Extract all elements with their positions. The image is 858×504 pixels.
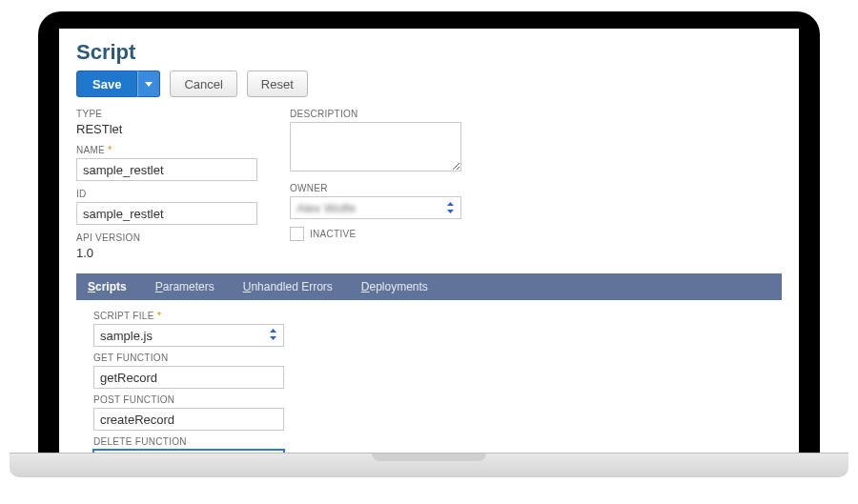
field-id: ID: [76, 189, 257, 225]
api-version-label: API VERSION: [76, 232, 257, 243]
script-file-label: SCRIPT FILE*: [93, 310, 782, 321]
api-version-value: 1.0: [76, 246, 257, 260]
chevron-updown-icon: [269, 329, 277, 343]
field-name: NAME*: [76, 144, 257, 181]
field-owner: OWNER Alex Wolfe: [290, 183, 461, 219]
type-label: TYPE: [76, 109, 257, 119]
save-button[interactable]: Save: [76, 71, 137, 97]
post-function-label: POST FUNCTION: [93, 394, 782, 405]
name-label: NAME*: [76, 144, 257, 155]
tab-unhandled-errors[interactable]: Unhandled Errors: [237, 274, 338, 299]
owner-label: OWNER: [290, 183, 461, 193]
screen-bezel: Script Save Cancel Reset TYPE RESTlet: [38, 11, 820, 453]
owner-select[interactable]: Alex Wolfe: [290, 196, 461, 219]
chevron-updown-icon: [446, 202, 455, 213]
form-columns: TYPE RESTlet NAME* ID API VERSION 1.0: [76, 109, 782, 268]
id-input[interactable]: [76, 202, 257, 225]
required-star-icon: *: [108, 144, 112, 155]
page-title: Script: [76, 40, 782, 65]
scripts-tab-panel: SCRIPT FILE* sample.js GET FUNCTION POST…: [76, 300, 782, 453]
reset-button[interactable]: Reset: [247, 71, 308, 97]
id-label: ID: [76, 189, 257, 199]
type-value: RESTlet: [76, 122, 257, 136]
owner-value: Alex Wolfe: [296, 201, 356, 215]
tab-deployments[interactable]: Deployments: [356, 274, 434, 299]
required-star-icon: *: [157, 310, 162, 321]
cancel-button[interactable]: Cancel: [170, 71, 236, 97]
inactive-label: INACTIVE: [310, 229, 357, 239]
description-textarea[interactable]: [290, 122, 461, 171]
field-inactive: INACTIVE: [290, 227, 461, 241]
save-button-group: Save: [76, 71, 160, 97]
delete-function-label: DELETE FUNCTION: [93, 436, 782, 447]
save-dropdown-button[interactable]: [137, 71, 160, 97]
field-script-file: SCRIPT FILE* sample.js: [93, 310, 782, 347]
get-function-label: GET FUNCTION: [93, 353, 782, 363]
field-post-function: POST FUNCTION: [93, 394, 782, 431]
chevron-down-icon: [145, 82, 153, 87]
script-file-select[interactable]: sample.js: [93, 324, 284, 347]
app-screen: Script Save Cancel Reset TYPE RESTlet: [59, 29, 799, 453]
laptop-base: [10, 453, 848, 477]
tab-scripts[interactable]: Scripts: [82, 274, 133, 299]
tab-parameters[interactable]: Parameters: [150, 274, 220, 299]
inactive-checkbox[interactable]: [290, 227, 304, 241]
field-api-version: API VERSION 1.0: [76, 232, 257, 260]
name-input[interactable]: [76, 158, 257, 181]
field-get-function: GET FUNCTION: [93, 353, 782, 389]
right-column: DESCRIPTION OWNER Alex Wolfe: [290, 109, 461, 268]
description-label: DESCRIPTION: [290, 109, 461, 119]
left-column: TYPE RESTlet NAME* ID API VERSION 1.0: [76, 109, 257, 268]
get-function-input[interactable]: [93, 366, 284, 389]
post-function-input[interactable]: [93, 408, 284, 431]
field-type: TYPE RESTlet: [76, 109, 257, 136]
tab-bar: Scripts Parameters Unhandled Errors Depl…: [76, 273, 782, 300]
script-file-value: sample.js: [100, 329, 153, 343]
field-description: DESCRIPTION: [290, 109, 461, 175]
field-delete-function: DELETE FUNCTION: [93, 436, 782, 453]
toolbar: Save Cancel Reset: [76, 71, 782, 97]
laptop-frame: Script Save Cancel Reset TYPE RESTlet: [38, 11, 820, 477]
